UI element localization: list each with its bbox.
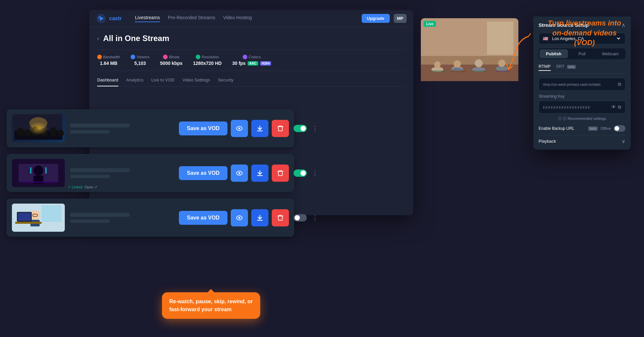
card-subtitle-placeholder-1 [70,130,110,133]
svg-point-33 [431,67,443,72]
office-scene [12,204,65,232]
delete-button-3[interactable] [272,209,289,226]
more-button-1[interactable]: ⋮ [309,123,321,133]
playback-chevron-icon: ∨ [622,138,625,144]
download-button-3[interactable] [251,209,268,226]
download-button-2[interactable] [251,165,268,182]
avatar-button[interactable]: MP [394,14,407,23]
nav-link-videohosting[interactable]: Video Hosting [223,15,252,22]
download-icon-3 [256,214,263,221]
tab-video-settings[interactable]: Video Settings [182,77,210,86]
codecs-label: Codecs [249,55,261,59]
svg-rect-18 [22,181,55,183]
delete-button-2[interactable] [272,165,289,182]
preview-button-2[interactable] [231,165,248,182]
delete-button-1[interactable] [272,120,289,137]
svg-rect-21 [42,205,61,222]
svg-point-11 [238,127,240,129]
copy-url-icon[interactable]: ⧉ [618,81,621,87]
main-content: ‹ All in One Stream Bandwidth 1.64 MB Vi… [89,27,413,93]
panel-body: Stream Source Setup ∧ 🇺🇸 Los Angeles, CA… [533,17,631,150]
card-info-2 [70,168,174,178]
recommended-settings-link[interactable]: ⓘ ⓘ Recommended settings [539,116,625,121]
open-link[interactable]: Open ↗ [84,185,97,189]
resolution-label: Resolution [202,55,219,59]
save-vod-button-1[interactable]: Save as VOD [179,121,227,135]
nav-bar: castr Livestreams Pre-Recorded Streams V… [89,10,413,27]
pub-tab-pull[interactable]: Pull [568,49,596,58]
eye-icon [236,125,243,132]
svg-point-8 [41,128,48,137]
stat-bandwidth: Bandwidth 1.64 MB [97,55,120,66]
stat-resolution: Resolution 1280x720 HD [193,55,221,66]
card-3-toggle-area: ⋮ [294,213,321,223]
svg-point-6 [24,129,31,137]
save-vod-button-3[interactable]: Save as VOD [179,211,227,225]
download-button-1[interactable] [251,120,268,137]
svg-rect-32 [487,22,513,55]
card-subtitle-placeholder-3 [70,219,110,223]
backup-url-toggle[interactable] [614,125,625,132]
tab-dashboard[interactable]: Dashboard [97,77,118,86]
svg-point-10 [58,129,64,137]
panel-close-button[interactable]: ∧ [622,22,625,28]
pub-tab-webcam[interactable]: Webcam [596,49,624,58]
svg-rect-26 [15,222,42,224]
save-vod-button-2[interactable]: Save as VOD [179,166,227,180]
playback-row[interactable]: Playback ∨ [539,135,625,144]
svg-point-40 [498,60,505,67]
linked-badge: ✓ Linked Open ↗ [68,185,97,189]
trash-icon-3 [277,214,284,221]
proto-tab-srt[interactable]: SRT beta [556,64,576,71]
eye-icon-2 [236,169,243,177]
bitrate-label: Bitrate [169,55,180,59]
card-subtitle-placeholder-2 [70,175,110,178]
location-select[interactable]: 🇺🇸 Los Angeles, CA [539,33,625,44]
show-key-icon[interactable]: 👁 [611,104,616,110]
rtmp-url-field: rtmp://us-west-primary.castr.io/static ⧉ [539,78,625,91]
location-dropdown[interactable]: Los Angeles, CA [551,36,621,41]
svg-point-36 [454,60,461,68]
download-icon-2 [256,169,263,177]
more-button-3[interactable]: ⋮ [309,213,321,223]
card-2-toggle-area: ⋮ [294,168,321,178]
tooltip-line2: fast-forward your stream [169,306,253,313]
preview-button-1[interactable] [231,120,248,137]
stream-card-2: Save as VOD ⋮ [7,154,294,192]
card-actions-1: Save as VOD [179,120,289,137]
svg-point-39 [496,66,508,71]
resolution-value: 1280x720 HD [193,61,221,66]
more-button-2[interactable]: ⋮ [309,168,321,178]
setup-panel: Stream Source Setup ∧ 🇺🇸 Los Angeles, CA… [533,17,631,150]
h264-badge: H264 [260,61,271,66]
nav-logo: castr [96,13,122,24]
svg-point-38 [475,59,483,67]
bitrate-value: 5000 kbps [160,61,182,66]
proto-tab-rtmp[interactable]: RTMP [539,64,551,71]
tab-security[interactable]: Security [218,77,233,86]
upgrade-button[interactable]: Upgrade [362,14,390,23]
castr-logo-icon [96,13,106,24]
toggle-2[interactable] [294,169,307,177]
nav-link-livestreams[interactable]: Livestreams [135,15,160,22]
tab-analytics[interactable]: Analytics [126,77,143,86]
stream-card-1: Save as VOD ⋮ [7,109,294,147]
tooltip-line1: Re-watch, pause, skip, rewind, or [169,298,253,306]
copy-key-icon[interactable]: ⧉ [618,104,621,110]
back-button[interactable]: ‹ [97,35,99,42]
stat-bitrate: Bitrate 5000 kbps [160,55,182,66]
linked-label: ✓ Linked [68,185,82,189]
toggle-3[interactable] [294,214,307,221]
svg-point-7 [31,126,39,137]
tabs-bar: Dashboard Analytics Live to VOD Video Se… [97,77,405,87]
nav-link-prerecorded[interactable]: Pre-Recorded Streams [168,15,215,22]
toggle-1[interactable] [294,125,307,132]
cards-layer: Save as VOD ⋮ [7,109,294,237]
stats-bar: Bandwidth 1.64 MB Viewers 5,103 Bitrate … [97,50,405,71]
pub-tab-publish[interactable]: Publish [540,49,568,58]
svg-point-3 [29,117,47,129]
preview-button-3[interactable] [231,209,248,226]
office-thumbnail [12,204,65,232]
svg-rect-17 [45,167,47,174]
tab-live-to-vod[interactable]: Live to VOD [151,77,175,86]
